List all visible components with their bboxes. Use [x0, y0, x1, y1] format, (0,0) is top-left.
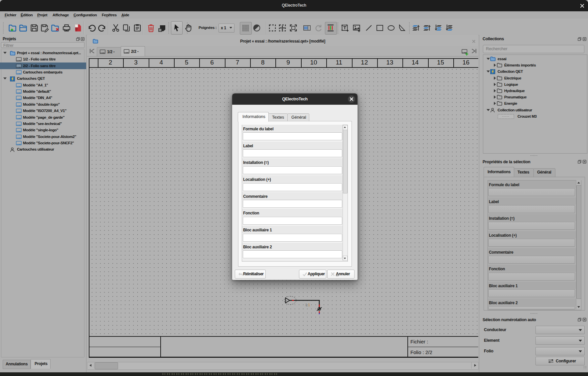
svg-text:1: 1: [308, 303, 310, 307]
svg-text:L: L: [306, 303, 308, 307]
